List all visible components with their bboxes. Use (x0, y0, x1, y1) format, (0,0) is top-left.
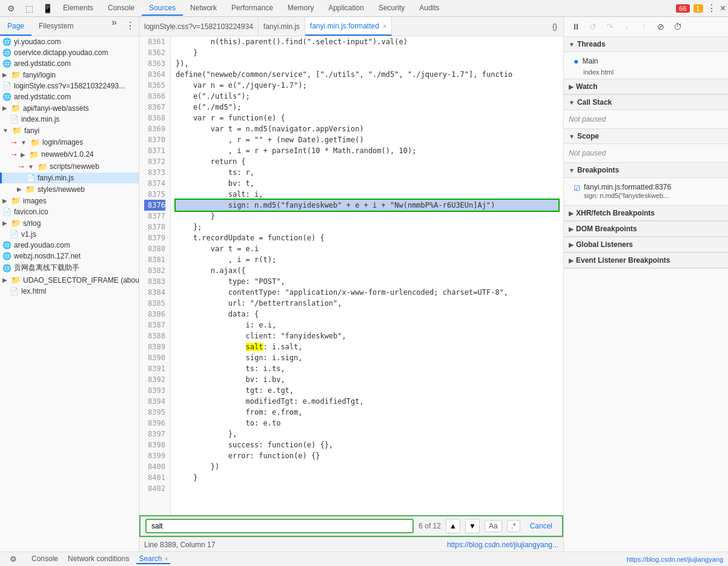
sidebar-menu-icon[interactable]: ⋮ (122, 17, 139, 34)
sidebar-item[interactable]: →▼📁 scripts/newweb (0, 160, 139, 173)
tab-application[interactable]: Application (321, 1, 371, 16)
code-line[interactable]: contentType: "application/x-www-form-url… (176, 287, 558, 298)
code-line[interactable]: } (176, 47, 558, 58)
code-line[interactable]: , r = "" + (new Date).getTime() (176, 134, 558, 145)
search-prev-button[interactable]: ▲ (446, 519, 460, 533)
more-icon[interactable]: ⋮ (707, 2, 716, 14)
code-line[interactable]: } (176, 472, 558, 483)
tab-performance[interactable]: Performance (224, 1, 280, 16)
code-line[interactable]: define("newweb/common/service", ["./util… (176, 69, 558, 80)
sidebar-item[interactable]: →▼📁 login/images (0, 136, 139, 148)
code-line[interactable]: var t = n.md5(navigator.appVersion) (176, 123, 558, 134)
search-next-button[interactable]: ▼ (465, 519, 480, 533)
sidebar-item[interactable]: →▶📁 newweb/v1.0.24 (0, 148, 139, 160)
bottom-settings-icon[interactable]: ⚙ (5, 551, 22, 567)
code-line[interactable]: e("./utils"); (176, 91, 558, 102)
code-content[interactable]: n(this).parent().find(".select-input").v… (171, 36, 563, 515)
code-line[interactable]: , i = r(t); (176, 254, 558, 265)
code-line[interactable]: type: "POST", (176, 276, 558, 287)
threads-header[interactable]: Threads (564, 37, 728, 52)
sidebar-item[interactable]: 🌐 ared.ydstatic.com (0, 58, 139, 69)
code-line[interactable]: }; (176, 222, 558, 232)
code-line[interactable]: sign: n.md5("fanyideskweb" + e + i + "Nw… (176, 200, 558, 211)
bottom-tab-close[interactable]: × (164, 556, 168, 562)
global-listeners-header[interactable]: Global Listeners (564, 237, 728, 252)
sidebar-item[interactable]: 🌐 webzj.nosdn.127.net (0, 251, 139, 262)
sidebar-item[interactable]: 📄 v1.js (0, 229, 139, 240)
tab-network[interactable]: Network (183, 1, 224, 16)
code-line[interactable]: to: e.to (176, 418, 558, 429)
code-line[interactable]: var r = function(e) { (176, 113, 558, 123)
code-line[interactable]: sign: i.sign, (176, 352, 558, 363)
device-icon[interactable]: 📱 (39, 0, 56, 17)
code-line[interactable]: }), (176, 58, 558, 69)
sidebar-item[interactable]: 🌐 贡网盘离线下载助手 (0, 262, 139, 274)
code-line[interactable]: tgt: e.tgt, (176, 385, 558, 396)
code-line[interactable]: modifiedTgt: e.modifiedTgt, (176, 396, 558, 407)
code-line[interactable]: e("./md5"); (176, 102, 558, 113)
sidebar-tab-more[interactable]: » (107, 17, 122, 36)
step-over-button[interactable]: ↷ (603, 19, 617, 34)
editor-tab-close[interactable]: × (383, 22, 386, 30)
code-line[interactable]: } (176, 211, 558, 222)
code-line[interactable]: salt: i, (176, 189, 558, 200)
sidebar-item[interactable]: 📄 loginStyle.css?v=158210322493... (0, 81, 139, 91)
code-line[interactable]: url: "/bettertranslation", (176, 298, 558, 309)
sidebar-item[interactable]: 📄 lex.html (0, 286, 139, 297)
code-line[interactable]: bv: i.bv, (176, 374, 558, 385)
breakpoint-checkbox[interactable]: ☑ (574, 184, 580, 193)
code-line[interactable]: client: "fanyideskweb", (176, 331, 558, 341)
sidebar-item[interactable]: 🌐 ared.ydstatic.com (0, 91, 139, 102)
resume-button[interactable]: ↺ (586, 19, 600, 34)
format-button[interactable]: {} (546, 18, 563, 35)
pause-button[interactable]: ⏸ (569, 19, 583, 34)
sidebar-item[interactable]: ▶📁 fanyi/login (0, 69, 139, 81)
breakpoints-header[interactable]: Breakpoints (564, 163, 728, 178)
code-line[interactable]: data: { (176, 309, 558, 320)
code-line[interactable] (176, 483, 558, 494)
code-line[interactable]: var n = e("./jquery-1.7"); (176, 80, 558, 91)
search-cancel-button[interactable]: Cancel (525, 521, 557, 531)
tab-audits[interactable]: Audits (412, 1, 446, 16)
sidebar-item[interactable]: 📄 index.min.js (0, 114, 139, 125)
step-into-button[interactable]: ↓ (620, 19, 634, 34)
match-case-button[interactable]: Aa (485, 520, 502, 532)
event-listener-breakpoints-header[interactable]: Event Listener Breakpoints (564, 253, 728, 268)
code-line[interactable]: error: function(e) {} (176, 450, 558, 461)
tab-elements[interactable]: Elements (56, 1, 101, 16)
call-stack-header[interactable]: Call Stack (564, 95, 728, 110)
watch-header[interactable]: Watch (564, 79, 728, 94)
code-line[interactable]: , i = r + parseInt(10 * Math.random(), 1… (176, 145, 558, 156)
sidebar-item[interactable]: ▼📁 fanyi (0, 125, 139, 136)
code-line[interactable]: ts: r, (176, 167, 558, 178)
sidebar-item[interactable]: 🌐 oservice.dictapp.youdao.com (0, 47, 139, 58)
sidebar-item[interactable]: ▶📁 styles/newweb (0, 183, 139, 195)
xhr-breakpoints-header[interactable]: XHR/fetch Breakpoints (564, 206, 728, 221)
step-out-button[interactable]: ↑ (637, 19, 651, 34)
code-line[interactable]: salt: i.salt, (176, 341, 558, 352)
scope-header[interactable]: Scope (564, 129, 728, 144)
sidebar-item[interactable]: 🌐 ared.youdao.com (0, 240, 139, 251)
close-icon[interactable]: × (720, 3, 726, 14)
dom-breakpoints-header[interactable]: DOM Breakpoints (564, 222, 728, 237)
regex-button[interactable]: .* (507, 520, 520, 532)
search-input[interactable] (145, 519, 414, 533)
editor-tab-fanyi.min.js:formatted[interactable]: fanyi.min.js:formatted× (305, 17, 392, 36)
code-line[interactable]: ts: i.ts, (176, 363, 558, 374)
bottom-tab-console[interactable]: Console (29, 554, 61, 564)
tab-security[interactable]: Security (371, 1, 412, 16)
sidebar-item[interactable]: ▶📁 s/rlog (0, 217, 139, 229)
sidebar-tab-filesystem[interactable]: Filesystem (31, 17, 81, 36)
sidebar-item[interactable]: 📄 favicon.ico (0, 206, 139, 217)
tab-console[interactable]: Console (101, 1, 142, 16)
breakpoint-item[interactable]: ☑ fanyi.min.js:formatted:8376 sign: n.md… (569, 180, 723, 203)
editor-tab-fanyi.min.js[interactable]: fanyi.min.js (259, 17, 305, 36)
deactivate-breakpoints-button[interactable]: ⊘ (654, 19, 668, 34)
code-line[interactable]: n.ajax({ (176, 265, 558, 276)
devtools-icon[interactable]: ⚙ (2, 0, 19, 17)
sidebar-item[interactable]: ▶📁 images (0, 195, 139, 206)
code-line[interactable]: from: e.from, (176, 407, 558, 418)
code-line[interactable]: var t = e.i (176, 243, 558, 254)
async-button[interactable]: ⏱ (670, 19, 685, 34)
bottom-tab-search[interactable]: Search× (136, 554, 170, 564)
